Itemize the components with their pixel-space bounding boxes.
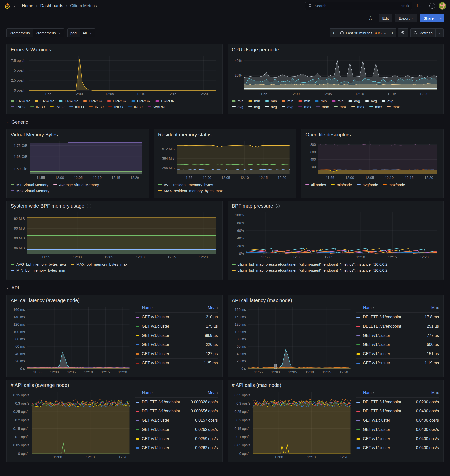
refresh-interval-select[interactable]: ⌄ <box>435 29 443 37</box>
legend-item[interactable]: all nodes <box>305 183 326 187</box>
breadcrumb-dashboards[interactable]: Dashboards <box>40 3 63 8</box>
legend-item[interactable]: Min Virtual Memory <box>11 183 48 187</box>
resident-memory-chart[interactable]: 256 MiB384 MiB512 MiB11:5512:0012:0512:1… <box>158 139 292 181</box>
legend-item[interactable]: Average Virtual Memory <box>53 183 99 187</box>
search-input[interactable]: Search... ctrl+k <box>305 2 412 10</box>
open-file-descriptors-chart[interactable]: 20040060080011:5512:0012:0512:1012:1512:… <box>305 139 439 181</box>
grafana-logo[interactable] <box>4 2 11 9</box>
legend-item[interactable]: AVG_resident_memory_bytes <box>158 183 213 187</box>
legend-item[interactable]: Max Virtual Memory <box>11 189 49 193</box>
series-name[interactable]: GET /v1/cluster <box>136 361 169 365</box>
pod-select[interactable]: All ⌄ <box>80 29 95 37</box>
api-latency-average-chart[interactable]: 0 s20 ms40 ms60 ms80 ms100 ms120 ms140 m… <box>11 305 132 375</box>
legend-item[interactable]: min <box>332 99 344 103</box>
legend-item[interactable]: ERROR <box>59 99 78 103</box>
table-header-name[interactable]: Name <box>356 306 374 310</box>
legend-item[interactable]: AVG_bpf_memory_bytes_avg <box>11 262 66 266</box>
table-header-value[interactable]: Mean <box>208 391 218 395</box>
series-name[interactable]: GET /v1/cluster <box>136 418 169 423</box>
legend-item[interactable]: ERROR <box>107 99 126 103</box>
legend-item[interactable]: INFO <box>30 105 45 109</box>
api-latency-max-chart[interactable]: 0 s20 ms40 ms60 ms80 ms100 ms120 ms140 m… <box>232 305 353 375</box>
zoom-out-button[interactable] <box>398 29 408 37</box>
legend-item[interactable]: min <box>265 99 277 103</box>
panel-title[interactable]: # API calls (average node) <box>11 382 69 388</box>
legend-item[interactable]: max <box>369 105 382 109</box>
legend-item[interactable]: max <box>298 105 311 109</box>
share-button[interactable]: Share ⌄ <box>420 14 444 22</box>
legend-item[interactable]: min <box>248 99 260 103</box>
panel-title[interactable]: Resident memory status <box>158 132 212 137</box>
series-name[interactable]: GET /v1/cluster <box>136 333 169 338</box>
time-range-picker[interactable]: Last 30 minutes UTC ⌄ <box>337 29 389 37</box>
table-header-value[interactable]: Max <box>431 391 439 395</box>
series-name[interactable]: GET /v1/cluster <box>356 427 390 432</box>
table-header-value[interactable]: Mean <box>208 306 218 310</box>
panel-title[interactable]: API call latency (average node) <box>11 298 80 303</box>
series-name[interactable]: GET /v1/cluster <box>136 324 169 329</box>
legend-item[interactable]: cilium_bpf_map_pressure{container="ciliu… <box>232 262 389 266</box>
series-name[interactable]: GET /v1/cluster <box>136 437 169 441</box>
series-name[interactable]: GET /v1/cluster <box>356 361 390 365</box>
legend-item[interactable]: min <box>315 99 327 103</box>
errors-warnings-chart[interactable]: 0 ops/m2.5 ops/m5 ops/m7.5 ops/m11:5512:… <box>11 54 218 97</box>
user-avatar[interactable] <box>439 2 446 10</box>
api-calls-average-chart[interactable]: 0 ops/s0.05 ops/s0.1 ops/s0.15 ops/s0.2 … <box>11 390 132 460</box>
legend-item[interactable]: INFO <box>89 105 104 109</box>
refresh-button[interactable]: Refresh <box>411 29 435 37</box>
time-shift-forward-button[interactable]: › <box>389 29 396 37</box>
panel-title[interactable]: API call latency (max node) <box>232 298 292 303</box>
series-name[interactable]: GET /v1/cluster <box>356 352 390 356</box>
section-generic[interactable]: ⌄ Generic <box>6 118 444 126</box>
breadcrumb-home[interactable]: Home <box>22 3 33 8</box>
help-button[interactable]: ? <box>429 3 435 9</box>
legend-item[interactable]: INFO <box>50 105 65 109</box>
legend-item[interactable]: WARN <box>148 105 165 109</box>
legend-item[interactable]: max <box>334 105 346 109</box>
table-header-name[interactable]: Name <box>356 391 374 395</box>
series-name[interactable]: GET /v1/cluster <box>136 352 169 356</box>
legend-item[interactable]: max <box>316 105 329 109</box>
legend-item[interactable]: avg/node <box>357 183 378 187</box>
legend-item[interactable]: ERROR <box>11 99 30 103</box>
info-icon[interactable]: i <box>87 204 91 208</box>
share-chevron-icon[interactable]: ⌄ <box>437 14 444 22</box>
legend-item[interactable]: max <box>387 105 400 109</box>
series-name[interactable]: GET /v1/cluster <box>356 418 390 423</box>
legend-item[interactable]: MAX_resident_memory_bytes_max <box>158 189 223 193</box>
legend-item[interactable]: MAX_bpf_memory_bytes_max <box>71 262 127 266</box>
series-name[interactable]: GET /v1/cluster <box>136 427 169 432</box>
legend-item[interactable]: INFO <box>11 105 25 109</box>
virtual-memory-chart[interactable]: 1.50 GiB1.63 GiB1.75 GiB11:5512:0012:051… <box>11 139 145 181</box>
legend-item[interactable]: max <box>351 105 364 109</box>
series-name[interactable]: GET /v1/cluster <box>136 315 169 319</box>
table-header-name[interactable]: Name <box>136 306 153 310</box>
api-calls-max-chart[interactable]: 0 ops/s0.05 ops/s0.1 ops/s0.15 ops/s0.2 … <box>232 390 353 460</box>
series-name[interactable]: GET /v1/cluster <box>356 342 390 347</box>
legend-item[interactable]: avg <box>382 99 393 103</box>
legend-item[interactable]: min/node <box>331 183 352 187</box>
series-name[interactable]: DELETE /v1/endpoint <box>136 409 180 413</box>
org-switcher-chevron-icon[interactable]: ⌄ <box>13 4 16 8</box>
legend-item[interactable]: INFO <box>128 105 143 109</box>
legend-item[interactable]: INFO <box>69 105 84 109</box>
series-name[interactable]: DELETE /v1/endpoint <box>356 315 401 319</box>
legend-item[interactable]: avg <box>282 105 293 109</box>
bpf-map-pressure-chart[interactable]: 0%20%40%60%80%100%11:5512:0012:0512:1012… <box>232 210 440 260</box>
series-name[interactable]: DELETE /v1/endpoint <box>356 409 401 413</box>
legend-item[interactable]: min <box>282 99 293 103</box>
series-name[interactable]: GET /v1/cluster <box>356 333 390 338</box>
datasource-select[interactable]: Prometheus ⌄ <box>33 29 64 37</box>
star-icon[interactable]: ☆ <box>368 16 373 21</box>
cpu-usage-chart[interactable]: 20%40%11:5512:0012:0512:1012:1512:20 <box>232 54 440 97</box>
table-header-name[interactable]: Name <box>136 391 153 395</box>
series-name[interactable]: DELETE /v1/endpoint <box>136 400 180 404</box>
legend-item[interactable]: cilium_bpf_map_pressure{container="ciliu… <box>232 268 389 272</box>
panel-title[interactable]: Open file descriptors <box>305 132 351 137</box>
export-button[interactable]: Export ⌄ <box>395 14 417 22</box>
legend-item[interactable]: ERROR <box>131 99 150 103</box>
legend-item[interactable]: avg <box>232 105 243 109</box>
legend-item[interactable]: ERROR <box>155 99 174 103</box>
legend-item[interactable]: INFO <box>108 105 123 109</box>
panel-title[interactable]: System-wide BPF memory usage <box>11 203 84 209</box>
